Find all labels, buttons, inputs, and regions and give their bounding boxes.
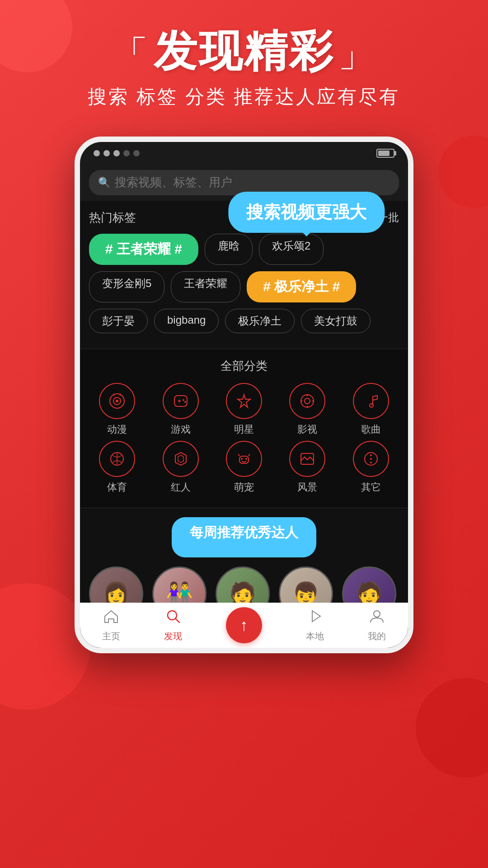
cat-influencer[interactable]: 红人 [152,441,208,494]
svg-point-7 [183,399,184,401]
categories-title: 全部分类 [89,358,399,374]
tags-row-2: 变形金刚5 王者荣耀 # 极乐净土 # [89,271,399,302]
tag-meinu[interactable]: 美女打鼓 [301,309,371,333]
cat-label-other: 其它 [361,481,381,494]
upload-icon: ↑ [240,616,248,635]
battery-fill [378,151,389,156]
bracket-left: 「 [112,33,150,74]
cat-music[interactable]: 歌曲 [343,383,399,436]
profile-icon [369,608,385,628]
tags-row-3: 彭于晏 bigbang 极乐净土 美女打鼓 [89,309,399,333]
tooltip-search: 搜索视频更强大 [228,192,385,233]
svg-point-22 [245,458,247,460]
nav-local[interactable]: 本地 [306,608,324,642]
svg-point-10 [301,395,314,407]
nav-discover-label: 发现 [164,630,182,642]
svg-point-8 [184,401,186,403]
nav-local-label: 本地 [306,630,324,642]
svg-point-21 [241,458,243,460]
cat-label-influencer: 红人 [171,481,191,494]
svg-marker-9 [238,395,250,407]
nav-profile-label: 我的 [368,630,386,642]
search-icon: 🔍 [98,177,110,189]
tag-luohan[interactable]: 鹿晗 [205,234,253,265]
tag-highlight-orange[interactable]: # 极乐净土 # [247,271,356,302]
nav-upload[interactable]: ↑ [226,607,262,643]
battery-icon [376,149,394,158]
cat-label-scenery: 风景 [297,481,317,494]
nav-profile[interactable]: 我的 [368,608,386,642]
svg-line-23 [238,454,239,456]
search-placeholder-text: 搜索视频、标签、用户 [115,175,232,190]
hero-subtitle: 搜索 标签 分类 推荐达人应有尽有 [0,84,488,109]
cat-other[interactable]: 其它 [343,441,399,494]
local-icon [307,608,323,628]
cat-sports[interactable]: 体育 [89,441,145,494]
tag-wangzhe[interactable]: 王者荣耀 [171,271,240,302]
cat-label-star: 明星 [234,423,254,436]
cat-label-game: 游戏 [171,423,191,436]
tag-bigbang[interactable]: bigbang [154,309,219,333]
cat-icon-game [163,383,199,419]
svg-point-13 [306,406,308,408]
phone-mockup: 搜索视频更强大 🔍 搜索视频、标签、用户 热门标签 换一批 # 王者荣耀 # 鹿… [75,137,413,653]
svg-point-12 [306,394,308,396]
cat-icon-sports [99,441,135,477]
hero-title: 「发现精彩」 [0,27,488,75]
cat-label-music: 歌曲 [361,423,381,436]
tag-highlight-green[interactable]: # 王者荣耀 # [89,234,198,265]
cat-label-anime: 动漫 [107,423,127,436]
cat-label-pet: 萌宠 [234,481,254,494]
nav-discover[interactable]: 发现 [164,608,182,642]
bracket-right: 」 [338,33,376,74]
tag-huanlesong[interactable]: 欢乐颂2 [259,234,324,265]
cat-icon-scenery [289,441,325,477]
cat-movie[interactable]: 影视 [279,383,335,436]
cat-star[interactable]: 明星 [216,383,272,436]
cat-icon-anime [99,383,135,419]
cat-icon-influencer [163,441,199,477]
tag-jilejinju[interactable]: 极乐净土 [225,309,295,333]
cat-label-movie: 影视 [297,423,317,436]
tag-pengyuyan[interactable]: 彭于晏 [89,309,148,333]
svg-point-11 [305,398,310,404]
svg-marker-32 [312,611,320,622]
upload-button[interactable]: ↑ [226,607,262,643]
svg-point-27 [370,454,372,456]
recommended-title: 每周推荐优秀达人 [89,517,399,557]
tags-row-1: # 王者荣耀 # 鹿晗 欢乐颂2 [89,234,399,265]
cat-pet[interactable]: 萌宠 [216,441,272,494]
dot-3 [113,150,120,156]
svg-point-2 [116,400,118,402]
home-icon [103,608,119,628]
nav-home[interactable]: 主页 [102,608,120,642]
dot-1 [94,150,100,156]
categories-section: 全部分类 动漫 [80,349,408,508]
status-dots [94,150,140,156]
status-bar [80,142,408,165]
bottom-navigation: 主页 发现 ↑ [80,603,408,648]
svg-point-15 [312,400,314,402]
cat-icon-music [353,383,389,419]
cat-icon-star [226,383,262,419]
categories-grid-row1: 动漫 游戏 [89,383,399,436]
svg-line-31 [176,619,179,623]
hot-tags-title: 热门标签 [89,210,136,226]
cat-anime[interactable]: 动漫 [89,383,145,436]
cat-scenery[interactable]: 风景 [279,441,335,494]
dot-2 [103,150,110,156]
svg-point-33 [374,611,380,617]
tooltip-weekly: 每周推荐优秀达人 [172,517,316,557]
discover-icon [165,608,181,628]
status-right [376,149,394,158]
cat-icon-movie [289,383,325,419]
svg-point-29 [370,462,372,463]
dot-5 [133,150,140,156]
cat-game[interactable]: 游戏 [152,383,208,436]
dot-4 [123,150,130,156]
hero-section: 「发现精彩」 搜索 标签 分类 推荐达人应有尽有 [0,0,488,127]
phone-container: 搜索视频更强大 🔍 搜索视频、标签、用户 热门标签 换一批 # 王者荣耀 # 鹿… [0,137,488,653]
svg-point-14 [300,400,302,402]
cat-label-sports: 体育 [107,481,127,494]
tag-transformers[interactable]: 变形金刚5 [89,271,164,302]
